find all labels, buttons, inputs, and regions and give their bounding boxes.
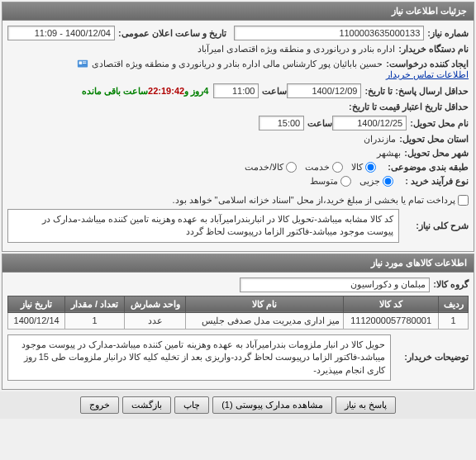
radio-service-input[interactable] (332, 162, 343, 173)
items-panel: اطلاعات کالاهای مورد نیاز گروه کالا: ردی… (2, 254, 474, 390)
svg-rect-3 (83, 63, 86, 64)
reply-button[interactable]: پاسخ به نیاز (336, 396, 396, 414)
radio-medium-label: متوسط (310, 176, 338, 187)
city-label: شهر محل تحویل: (404, 148, 469, 159)
need-no-input[interactable] (234, 26, 424, 40)
table-header-row: ردیف کد کالا نام کالا واحد شمارش تعداد /… (8, 296, 469, 312)
deadline-label: حداقل ارسال پاسخ: تا تاریخ: (364, 86, 469, 97)
need-no-label: شماره نیاز: (427, 28, 469, 39)
province-value: مازندران (364, 134, 396, 145)
radio-both[interactable]: کالا/خدمت (245, 162, 297, 173)
cell-unit: عدد (124, 312, 186, 329)
radio-medium-input[interactable] (340, 176, 351, 187)
hours-remain: 22:19:42 (148, 86, 184, 96)
days-unit: روز و (184, 86, 203, 97)
announce-label: تاریخ و ساعت اعلان عمومی: (118, 28, 226, 39)
announce-input[interactable] (7, 26, 115, 40)
radio-service[interactable]: خدمت (305, 162, 343, 173)
buyer-desc-box: حویل کالا در انبار ملزومات بندرامیرآباد … (7, 334, 391, 381)
creator-value: حسین بابائیان پور کارشناس مالی اداره بنا… (92, 59, 383, 69)
creator-label: ایجاد کننده درخواست: (386, 59, 469, 69)
svg-rect-1 (79, 61, 83, 64)
attachments-button[interactable]: مشاهده مدارک پیوستی (1) (212, 396, 332, 414)
item-group-label: گروه کالا: (433, 279, 469, 290)
cell-row: 1 (439, 312, 469, 329)
radio-both-input[interactable] (286, 162, 297, 173)
panel1-header: جزئیات اطلاعات نیاز (2, 2, 474, 21)
chk-treasury-input[interactable] (458, 195, 469, 206)
summary-box: کد کالا مشابه میباشد-تحویل کالا در انبار… (7, 209, 399, 243)
deadline-time-input[interactable] (213, 83, 259, 98)
contact-link[interactable]: اطلاعات تماس خریدار (386, 69, 469, 80)
radio-goods-input[interactable] (365, 162, 376, 173)
buyer-org-value: اداره بنادر و دریانوردی و منطقه ویژه اقت… (198, 44, 395, 55)
buyer-desc-label: توضیحات خریدار: (394, 352, 469, 363)
th-qty: تعداد / مقدار (65, 296, 125, 312)
city-value: بهشهر (377, 148, 401, 159)
th-code: کد کالا (343, 296, 439, 312)
delivery-dt-label: نام محل تحویل: (410, 118, 469, 129)
button-bar: پاسخ به نیاز مشاهده مدارک پیوستی (1) چاپ… (0, 391, 476, 419)
cell-qty: 1 (65, 312, 125, 329)
radio-both-label: کالا/خدمت (245, 162, 283, 173)
radio-minor[interactable]: جزیی (359, 176, 393, 187)
cell-code: 1112000057780001 (343, 312, 439, 329)
svg-rect-2 (83, 61, 86, 62)
buyer-org-label: نام دستگاه خریدار: (398, 44, 469, 55)
panel1-body: شماره نیاز: تاریخ و ساعت اعلان عمومی: نا… (2, 21, 474, 251)
radio-goods-label: کالا (351, 162, 363, 173)
delivery-time-input[interactable] (259, 116, 304, 130)
deadline-date-input[interactable] (287, 83, 361, 98)
deadline-time-label: ساعت (262, 86, 287, 97)
chk-treasury-label: پرداخت تمام یا بخشی از مبلغ خرید،از محل … (172, 195, 455, 206)
grouping-label: طبقه بندی موضوعی: (388, 162, 469, 173)
process-label: نوع فرآیند خرید : (405, 176, 469, 187)
credit-label: حداقل تاریخ اعتبار قیمت تا تاریخ: (349, 102, 469, 112)
province-label: استان محل تحویل: (399, 134, 469, 145)
th-date: تاریخ نیاز (8, 296, 65, 312)
chk-treasury[interactable]: پرداخت تمام یا بخشی از مبلغ خرید،از محل … (172, 195, 469, 206)
items-table: ردیف کد کالا نام کالا واحد شمارش تعداد /… (7, 296, 469, 330)
th-name: نام کالا (186, 296, 343, 312)
need-details-panel: جزئیات اطلاعات نیاز شماره نیاز: تاریخ و … (2, 2, 474, 252)
radio-service-label: خدمت (305, 162, 330, 173)
delivery-time-label: ساعت (307, 118, 332, 129)
th-unit: واحد شمارش (124, 296, 186, 312)
days-remain: 4 (203, 86, 208, 96)
table-row[interactable]: 1 1112000057780001 میز اداری مدیریت مدل … (8, 312, 469, 329)
radio-minor-label: جزیی (359, 176, 380, 187)
hours-unit: ساعت باقی مانده (82, 86, 148, 97)
radio-medium[interactable]: متوسط (310, 176, 351, 187)
cell-date: 1400/12/14 (8, 312, 65, 329)
panel2-body: گروه کالا: ردیف کد کالا نام کالا واحد شم… (2, 273, 474, 389)
th-row: ردیف (439, 296, 469, 312)
radio-goods[interactable]: کالا (351, 162, 376, 173)
contact-icon (77, 58, 88, 69)
summary-label: شرح کلی نیاز: (402, 221, 469, 231)
back-button[interactable]: بازگشت (122, 396, 171, 414)
panel2-header: اطلاعات کالاهای مورد نیاز (2, 254, 474, 273)
delivery-date-input[interactable] (332, 116, 407, 130)
cell-name: میز اداری مدیریت مدل صدفی جلیس (186, 312, 343, 329)
print-button[interactable]: چاپ (174, 396, 209, 414)
radio-minor-input[interactable] (383, 176, 393, 187)
item-group-input[interactable] (240, 277, 430, 292)
exit-button[interactable]: خروج (80, 396, 119, 414)
